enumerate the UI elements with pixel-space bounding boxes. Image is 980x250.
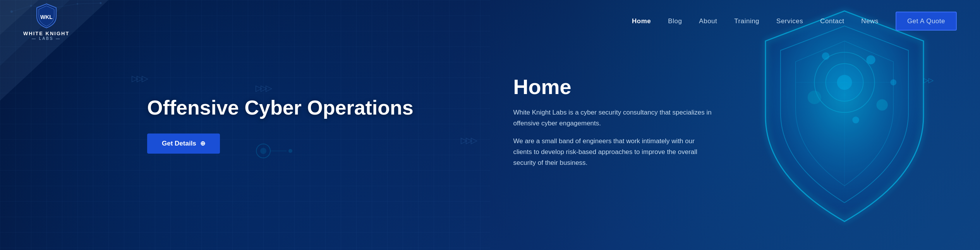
navbar: WKL WHITE KNIGHT — LABS — Home Blog Abou… [0,0,980,43]
get-details-label: Get Details [162,140,196,147]
nav-link-news[interactable]: News [861,17,879,25]
hero-home-title: Home [513,75,753,99]
hero-right: Home White Knight Labs is a cyber securi… [490,75,753,175]
hero-description-1: White Knight Labs is a cyber security co… [513,107,715,129]
logo-sub: — LABS — [32,36,61,41]
nav-item-services[interactable]: Services [776,17,803,25]
svg-point-19 [808,91,821,104]
logo-name: WHITE KNIGHT [23,31,69,36]
hero-left: Offensive Cyber Operations Get Details ⊕ [0,96,490,154]
logo-area[interactable]: WKL WHITE KNIGHT — LABS — [23,2,69,41]
nav-link-contact[interactable]: Contact [820,17,844,25]
svg-point-15 [866,55,875,64]
nav-item-contact[interactable]: Contact [820,17,844,25]
get-quote-button[interactable]: Get A Quote [896,12,957,31]
nav-item-about[interactable]: About [699,17,717,25]
svg-text:▷▷: ▷▷ [923,76,934,84]
svg-point-17 [877,99,888,111]
logo-shield-icon: WKL [33,2,60,29]
hero-description-2: We are a small band of engineers that wo… [513,136,715,168]
nav-links: Home Blog About Training Services Contac… [632,17,957,25]
nav-item-home[interactable]: Home [632,17,651,25]
get-details-button[interactable]: Get Details ⊕ [147,134,220,154]
hero-section: ▷▷▷ ▷▷▷ ▷▷▷ [0,0,980,250]
arrow-deco-2: ▷▷▷ [256,83,271,93]
svg-point-18 [822,52,829,60]
nav-item-blog[interactable]: Blog [668,17,682,25]
nav-item-news[interactable]: News [861,17,879,25]
arrow-icon: ⊕ [200,140,205,147]
svg-point-20 [852,116,859,123]
hero-heading: Offensive Cyber Operations [147,96,490,120]
nav-link-home[interactable]: Home [632,17,651,25]
nav-item-training[interactable]: Training [734,17,759,25]
nav-link-about[interactable]: About [699,17,717,25]
nav-link-blog[interactable]: Blog [668,17,682,25]
nav-item-cta[interactable]: Get A Quote [896,17,957,25]
arrow-deco-1: ▷▷▷ [132,74,147,84]
nav-link-training[interactable]: Training [734,17,759,25]
nav-link-services[interactable]: Services [776,17,803,25]
svg-text:WKL: WKL [40,14,53,20]
